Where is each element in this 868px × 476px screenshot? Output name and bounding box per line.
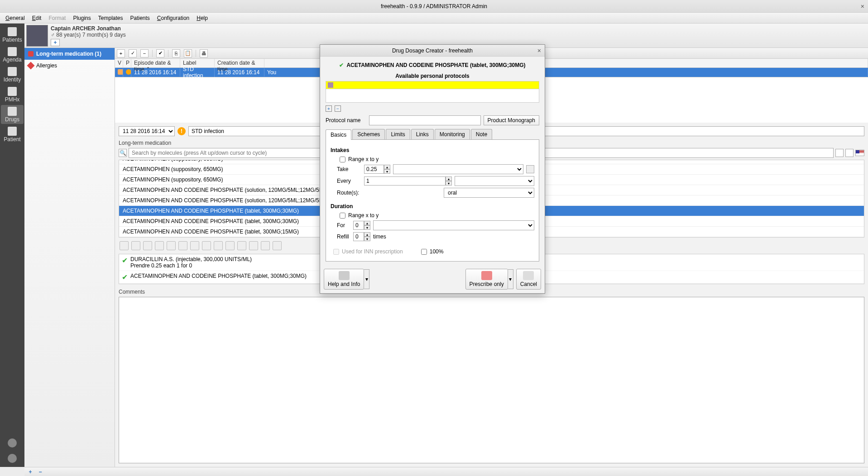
statusbar-remove-icon[interactable]: − <box>37 469 43 475</box>
help-dropdown-icon[interactable]: ▾ <box>364 269 369 289</box>
sidebar-agenda[interactable]: Agenda <box>1 45 24 64</box>
action-up-icon[interactable] <box>214 241 223 250</box>
sidebar-power-icon[interactable] <box>4 452 20 465</box>
window-titlebar: freehealth - 0.9.9 / ADMINISTRATOR Admin… <box>0 0 868 13</box>
sidebar-drugs[interactable]: Drugs <box>1 105 24 124</box>
menu-general[interactable]: General <box>3 14 28 22</box>
toolbar-paste-icon[interactable]: 📋 <box>184 49 192 57</box>
sidebar-patients[interactable]: Patients <box>1 25 24 44</box>
warn-icon <box>126 69 131 75</box>
toolbar-print-icon[interactable]: 🖶 <box>200 49 208 57</box>
search-tool-1-icon[interactable] <box>835 149 844 157</box>
menu-patients[interactable]: Patients <box>127 14 152 22</box>
range-duration-checkbox[interactable] <box>340 213 345 219</box>
window-close-icon[interactable]: × <box>861 3 864 10</box>
tab-note[interactable]: Note <box>471 129 492 139</box>
action-time-icon[interactable] <box>261 241 270 250</box>
protocol-name-input[interactable] <box>369 115 481 125</box>
spinner-down-icon[interactable]: ▼ <box>364 225 370 230</box>
col-episode-date[interactable]: Episode date & time ⌃ <box>131 59 180 67</box>
take-unit-select[interactable] <box>393 164 523 174</box>
spinner-down-icon[interactable]: ▼ <box>384 169 390 174</box>
cancel-button[interactable]: Cancel <box>516 269 541 290</box>
action-sign-icon[interactable] <box>178 241 187 250</box>
col-v[interactable]: V <box>115 59 123 67</box>
every-spinner[interactable] <box>364 176 446 186</box>
search-icon[interactable]: 🔍 <box>119 149 127 157</box>
category-allergies[interactable]: Allergies <box>24 60 115 71</box>
sidebar-left: Patients Agenda Identity PMHx Drugs Pati… <box>0 24 24 467</box>
action-sort-icon[interactable] <box>225 241 235 250</box>
menu-templates[interactable]: Templates <box>96 14 126 22</box>
toolbar-copy-icon[interactable]: ⎘ <box>172 49 180 57</box>
toolbar-validate-icon[interactable]: ✓ <box>129 49 137 57</box>
toolbar-remove-icon[interactable]: − <box>140 49 149 57</box>
window-title: freehealth - 0.9.9 / ADMINISTRATOR Admin <box>381 3 487 10</box>
tab-limits[interactable]: Limits <box>386 129 410 139</box>
action-back-icon[interactable] <box>120 241 129 250</box>
protocol-highlighted-row[interactable] <box>326 81 539 89</box>
for-unit-select[interactable] <box>373 220 534 230</box>
take-edit-icon[interactable] <box>526 165 534 173</box>
take-spinner[interactable] <box>364 165 384 174</box>
tab-schemes[interactable]: Schemes <box>352 129 385 139</box>
action-interaction-icon[interactable] <box>249 241 258 250</box>
tab-basics[interactable]: Basics <box>326 129 351 140</box>
menu-configuration[interactable]: Configuration <box>154 14 192 22</box>
take-label: Take <box>337 166 361 172</box>
spinner-up-icon[interactable]: ▲ <box>384 165 390 169</box>
dialog-drug-name: ACETAMINOPHEN AND CODEINE PHOSPHATE (tab… <box>346 62 525 68</box>
range-intakes-checkbox[interactable] <box>340 157 345 162</box>
action-export-icon[interactable] <box>155 241 164 250</box>
tab-monitoring[interactable]: Monitoring <box>435 129 470 139</box>
sidebar-user-icon[interactable] <box>4 436 20 450</box>
route-select[interactable]: oral <box>444 188 534 198</box>
protocol-add-icon[interactable]: + <box>326 105 332 112</box>
action-remove-icon[interactable] <box>190 241 199 250</box>
col-p[interactable]: P <box>123 59 131 67</box>
prescribe-dropdown-icon[interactable]: ▾ <box>508 269 513 289</box>
protocol-remove-icon[interactable]: − <box>335 105 341 112</box>
sidebar-identity[interactable]: Identity <box>1 65 24 84</box>
action-patient-icon[interactable] <box>273 241 282 250</box>
menu-plugins[interactable]: Plugins <box>70 14 93 22</box>
every-unit-select[interactable] <box>455 176 534 186</box>
spinner-up-icon[interactable]: ▲ <box>446 176 452 181</box>
action-save-icon[interactable] <box>143 241 152 250</box>
hundred-percent-checkbox[interactable] <box>421 249 427 255</box>
comments-textarea[interactable] <box>119 297 864 463</box>
patient-add-button[interactable]: + <box>51 39 60 46</box>
spinner-up-icon[interactable]: ▲ <box>364 232 370 237</box>
col-creation-date[interactable]: Creation date & time <box>215 59 264 67</box>
for-spinner[interactable] <box>353 221 364 230</box>
check-icon: ✔ <box>122 256 128 265</box>
spinner-down-icon[interactable]: ▼ <box>446 181 452 186</box>
flag-us-icon[interactable] <box>855 150 864 156</box>
episode-date-select[interactable]: 11 28 2016 16:14 <box>119 126 175 136</box>
tab-links[interactable]: Links <box>411 129 434 139</box>
cancel-icon <box>523 271 534 280</box>
prescribe-only-button[interactable]: Prescribe only <box>465 269 508 290</box>
search-tool-2-icon[interactable] <box>845 149 854 157</box>
menu-edit[interactable]: Edit <box>29 14 44 22</box>
sidebar-patient[interactable]: Patient <box>1 125 24 144</box>
sidebar-pmhx[interactable]: PMHx <box>1 85 24 104</box>
refill-spinner[interactable] <box>353 232 364 241</box>
action-down-icon[interactable] <box>202 241 211 250</box>
statusbar-add-icon[interactable]: + <box>27 469 34 475</box>
help-info-button[interactable]: Help and Info <box>324 269 364 290</box>
action-open-icon[interactable] <box>131 241 140 250</box>
spinner-up-icon[interactable]: ▲ <box>364 221 370 225</box>
spinner-down-icon[interactable]: ▼ <box>364 237 370 241</box>
dialog-tabs: Basics Schemes Limits Links Monitoring N… <box>326 129 539 140</box>
action-edit-icon[interactable] <box>237 241 246 250</box>
lock-icon <box>118 69 123 75</box>
category-long-term-medication[interactable]: Long-term medication (1) <box>24 48 115 60</box>
product-monograph-button[interactable]: Product Monograph <box>484 115 539 125</box>
action-print-icon[interactable] <box>167 241 176 250</box>
toolbar-check-icon[interactable]: ✔ <box>156 49 164 57</box>
pill-icon <box>28 51 34 57</box>
dialog-close-icon[interactable]: × <box>537 47 541 54</box>
menu-help[interactable]: Help <box>194 14 211 22</box>
toolbar-add-icon[interactable]: + <box>117 49 125 57</box>
